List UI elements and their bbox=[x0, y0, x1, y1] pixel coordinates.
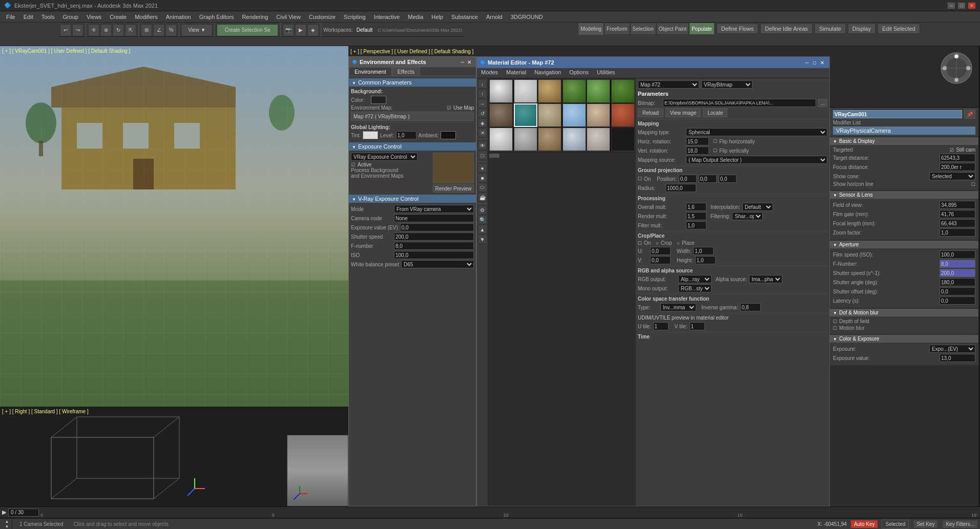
mode-dropdown[interactable]: From VRay camera bbox=[394, 205, 474, 213]
shutter-angle-input[interactable] bbox=[940, 278, 975, 286]
define-idle-areas-btn[interactable]: Define Idle Areas bbox=[760, 24, 812, 34]
menu-graph-editors[interactable]: Graph Editors bbox=[195, 13, 238, 21]
mat-show-in-viewport-btn[interactable]: 👁 bbox=[478, 141, 487, 150]
render-setup-btn[interactable]: 📷 bbox=[283, 24, 294, 36]
mat-slot-16[interactable] bbox=[587, 128, 610, 151]
mat-put-material-btn[interactable]: ↑ bbox=[478, 89, 487, 98]
set-key-btn[interactable]: Set Key bbox=[913, 520, 938, 528]
latency-input[interactable] bbox=[940, 297, 975, 305]
bg-color-swatch[interactable] bbox=[371, 96, 386, 104]
vert-rot-input[interactable] bbox=[686, 146, 709, 155]
interp-dropdown[interactable]: Default bbox=[742, 203, 773, 211]
u-tile-input[interactable] bbox=[653, 322, 669, 330]
camera-pin-btn[interactable]: 📌 bbox=[964, 110, 975, 119]
aperture-fnumber-input[interactable] bbox=[940, 260, 975, 268]
level-input[interactable] bbox=[396, 131, 416, 139]
pos-z-input[interactable] bbox=[719, 175, 737, 183]
edit-selected-btn[interactable]: Edit Selected bbox=[878, 24, 920, 34]
create-selection-btn[interactable]: Create Selection Se bbox=[217, 24, 278, 36]
mat-minimize[interactable]: ─ bbox=[803, 60, 811, 66]
menu-help[interactable]: Help bbox=[427, 13, 447, 21]
menu-group[interactable]: Group bbox=[58, 13, 82, 21]
mat-menu-material[interactable]: Material bbox=[502, 68, 530, 78]
exposure-ev-input[interactable] bbox=[400, 223, 474, 231]
height-input[interactable] bbox=[695, 256, 716, 264]
mat-slot-5[interactable] bbox=[611, 79, 635, 103]
fnumber-input[interactable] bbox=[394, 242, 474, 250]
mat-slot-10[interactable] bbox=[587, 103, 610, 127]
tint-swatch[interactable] bbox=[363, 131, 378, 139]
menu-create[interactable]: Create bbox=[106, 13, 131, 21]
mat-slot-12[interactable] bbox=[489, 128, 513, 151]
menu-modifiers[interactable]: Modifiers bbox=[131, 13, 162, 21]
dof-motion-title[interactable]: Dof & Motion blur bbox=[830, 309, 978, 316]
angle-snap[interactable]: ∠ bbox=[153, 24, 164, 36]
locate-btn[interactable]: Locate bbox=[703, 108, 727, 117]
menu-rendering[interactable]: Rendering bbox=[238, 13, 273, 21]
depth-field-check[interactable]: ☐ bbox=[833, 319, 837, 324]
view-image-btn[interactable]: View image bbox=[665, 108, 701, 117]
horiz-rot-input[interactable] bbox=[686, 137, 709, 145]
pos-x-input[interactable] bbox=[679, 175, 697, 183]
freeform-tab[interactable]: Freeform bbox=[604, 23, 630, 35]
mat-slot-2[interactable] bbox=[538, 79, 561, 103]
nav-btn-up[interactable]: ▲ bbox=[5, 519, 9, 524]
mat-menu-modes[interactable]: Modes bbox=[477, 68, 502, 78]
mat-slot-11[interactable] bbox=[611, 103, 635, 127]
zoom-input[interactable] bbox=[940, 228, 975, 237]
mat-menu-navigation[interactable]: Navigation bbox=[530, 68, 565, 78]
mat-mag-btn[interactable]: 🔍 bbox=[478, 215, 487, 224]
autokey-btn[interactable]: Auto Key bbox=[851, 520, 878, 528]
ambient-swatch[interactable] bbox=[441, 131, 456, 139]
env-tab-environment[interactable]: Environment bbox=[349, 67, 392, 76]
mat-slot-14[interactable] bbox=[538, 128, 561, 151]
display-btn[interactable]: Display bbox=[848, 24, 875, 34]
mat-slot-13[interactable] bbox=[514, 128, 537, 151]
render-preview-btn[interactable]: Render Preview bbox=[433, 184, 474, 193]
wb-dropdown[interactable]: D65 bbox=[401, 260, 474, 268]
close-btn[interactable]: ✕ bbox=[968, 2, 976, 9]
menu-3dground[interactable]: 3DGROUND bbox=[507, 13, 547, 21]
camera-node-input[interactable] bbox=[394, 214, 474, 222]
filter-dropdown[interactable]: Shar...opic bbox=[732, 212, 763, 220]
active-check[interactable]: ☑ bbox=[351, 162, 356, 167]
sensor-lens-title[interactable]: Sensor & Lens bbox=[830, 191, 978, 199]
menu-edit[interactable]: Edit bbox=[19, 13, 37, 21]
focus-dist-input[interactable] bbox=[940, 163, 975, 171]
mat-cylinder-btn[interactable]: ⬭ bbox=[478, 183, 487, 192]
menu-substance[interactable]: Substance bbox=[447, 13, 482, 21]
map-selector-dropdown[interactable]: Map #72 bbox=[638, 80, 699, 89]
view-dropdown[interactable]: View ▼ bbox=[181, 24, 212, 36]
mat-slot-0[interactable] bbox=[489, 79, 513, 103]
film-speed-input[interactable] bbox=[940, 250, 975, 259]
move-btn[interactable]: ⊕ bbox=[100, 24, 112, 36]
mat-menu-utilities[interactable]: Utilities bbox=[593, 68, 619, 78]
nav-btn-down[interactable]: ▼ bbox=[5, 524, 9, 529]
mat-slot-7[interactable] bbox=[514, 103, 537, 127]
pos-y-input[interactable] bbox=[699, 175, 717, 183]
menu-file[interactable]: File bbox=[2, 13, 19, 21]
aperture-shutter-input[interactable] bbox=[940, 269, 975, 277]
menu-tools[interactable]: Tools bbox=[37, 13, 59, 21]
reload-btn[interactable]: Reload bbox=[638, 108, 663, 117]
basic-display-title[interactable]: Basic & Display bbox=[830, 137, 978, 145]
minimize-btn[interactable]: ─ bbox=[947, 2, 955, 9]
exposure-ctrl-header[interactable]: Exposure Control bbox=[349, 142, 476, 151]
define-flows-btn[interactable]: Define Flows bbox=[717, 24, 759, 34]
snap-toggle[interactable]: ⊞ bbox=[141, 24, 152, 36]
menu-scripting[interactable]: Scripting bbox=[340, 13, 370, 21]
fov-input[interactable] bbox=[940, 201, 975, 209]
env-close[interactable]: ✕ bbox=[466, 59, 473, 65]
mat-slot-1[interactable] bbox=[514, 79, 537, 103]
menu-animation[interactable]: Animation bbox=[162, 13, 195, 21]
film-gate-input[interactable] bbox=[940, 210, 975, 218]
menu-interactive[interactable]: Interactive bbox=[370, 13, 404, 21]
targeted-check[interactable]: ☑ bbox=[950, 147, 954, 153]
mat-assign-btn[interactable]: → bbox=[478, 99, 487, 108]
mat-menu-options[interactable]: Options bbox=[565, 68, 593, 78]
mat-scroll-down-btn[interactable]: ▼ bbox=[478, 235, 487, 244]
maximize-btn[interactable]: □ bbox=[957, 2, 966, 9]
populate-tab[interactable]: Populate bbox=[689, 23, 714, 35]
selection-tab[interactable]: Selection bbox=[630, 23, 656, 35]
v-tile-input[interactable] bbox=[690, 322, 705, 330]
